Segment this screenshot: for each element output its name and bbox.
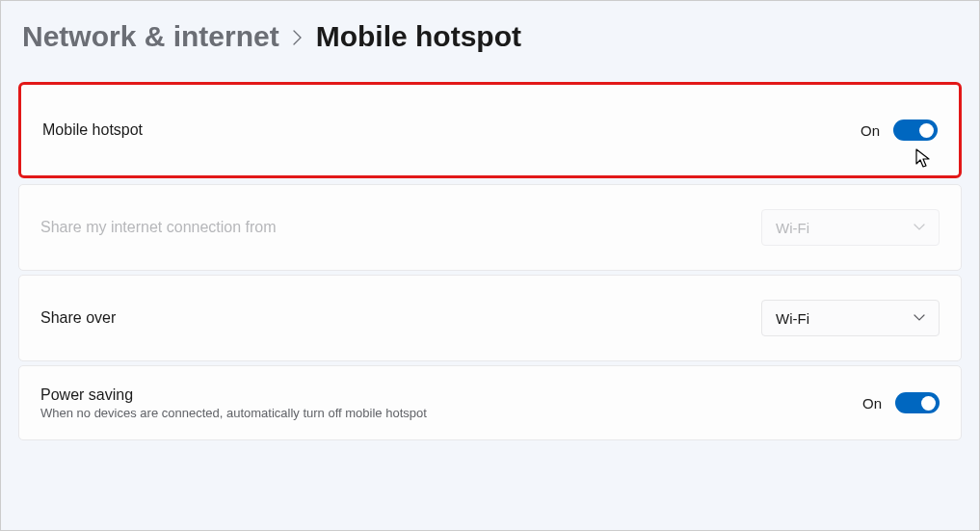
- power-saving-toggle[interactable]: [895, 392, 940, 413]
- share-over-label: Share over: [40, 309, 116, 327]
- share-over-value: Wi-Fi: [776, 310, 809, 327]
- power-saving-label-group: Power saving When no devices are connect…: [40, 386, 427, 420]
- chevron-right-icon: [293, 23, 303, 51]
- share-from-value: Wi-Fi: [776, 220, 809, 236]
- mobile-hotspot-control: On: [861, 119, 938, 141]
- power-saving-toggle-state: On: [862, 395, 882, 412]
- chevron-down-icon: [914, 311, 925, 325]
- share-over-dropdown[interactable]: Wi-Fi: [761, 300, 940, 336]
- mobile-hotspot-row: Mobile hotspot On: [18, 82, 962, 178]
- breadcrumb-parent-link[interactable]: Network & internet: [22, 20, 279, 53]
- power-saving-control: On: [862, 392, 940, 413]
- mobile-hotspot-label: Mobile hotspot: [42, 121, 143, 139]
- share-over-row: Share over Wi-Fi: [18, 275, 962, 361]
- mobile-hotspot-toggle-state: On: [861, 122, 880, 139]
- toggle-knob: [919, 123, 934, 138]
- mobile-hotspot-toggle[interactable]: [893, 119, 938, 141]
- breadcrumb: Network & internet Mobile hotspot: [18, 20, 962, 53]
- share-from-dropdown: Wi-Fi: [761, 209, 940, 246]
- share-from-label: Share my internet connection from: [40, 219, 277, 236]
- toggle-knob: [921, 396, 936, 411]
- chevron-down-icon: [914, 221, 925, 234]
- settings-panel: Network & internet Mobile hotspot Mobile…: [3, 3, 977, 440]
- power-saving-sublabel: When no devices are connected, automatic…: [40, 406, 427, 420]
- cursor-icon: [914, 148, 932, 170]
- power-saving-label: Power saving: [40, 386, 427, 404]
- power-saving-row: Power saving When no devices are connect…: [18, 365, 962, 440]
- page-title: Mobile hotspot: [316, 20, 521, 53]
- share-from-row: Share my internet connection from Wi-Fi: [18, 184, 962, 271]
